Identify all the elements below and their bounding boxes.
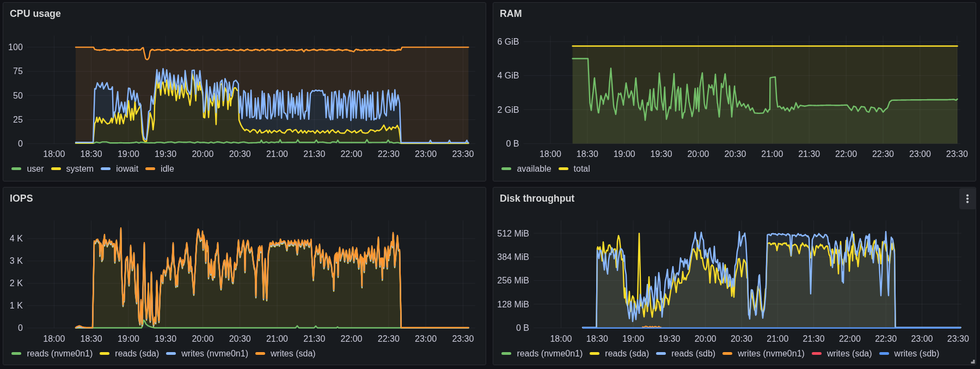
svg-text:22:30: 22:30 bbox=[872, 149, 894, 159]
svg-text:22:00: 22:00 bbox=[835, 149, 857, 159]
svg-text:20:00: 20:00 bbox=[687, 149, 709, 159]
svg-text:18:00: 18:00 bbox=[43, 334, 65, 343]
svg-text:50: 50 bbox=[13, 91, 23, 100]
svg-text:22:30: 22:30 bbox=[378, 334, 400, 343]
svg-text:3 K: 3 K bbox=[10, 256, 23, 265]
svg-text:18:30: 18:30 bbox=[81, 334, 102, 343]
svg-text:19:30: 19:30 bbox=[155, 334, 176, 343]
svg-text:128 MiB: 128 MiB bbox=[497, 300, 529, 309]
svg-text:1 K: 1 K bbox=[10, 301, 23, 310]
svg-text:20:30: 20:30 bbox=[724, 149, 746, 159]
svg-text:19:00: 19:00 bbox=[118, 149, 139, 159]
svg-text:21:00: 21:00 bbox=[767, 334, 788, 343]
svg-text:4 GiB: 4 GiB bbox=[497, 71, 519, 80]
svg-text:21:30: 21:30 bbox=[303, 149, 325, 159]
svg-text:22:00: 22:00 bbox=[340, 334, 362, 343]
svg-text:21:30: 21:30 bbox=[803, 334, 825, 343]
svg-text:20:00: 20:00 bbox=[192, 149, 213, 159]
svg-text:20:00: 20:00 bbox=[192, 334, 213, 343]
svg-text:75: 75 bbox=[13, 66, 23, 76]
svg-text:22:00: 22:00 bbox=[340, 149, 362, 159]
svg-text:21:00: 21:00 bbox=[761, 149, 783, 159]
svg-text:256 MiB: 256 MiB bbox=[497, 276, 529, 285]
svg-text:23:30: 23:30 bbox=[947, 334, 969, 343]
svg-text:19:30: 19:30 bbox=[651, 149, 672, 159]
svg-text:20:30: 20:30 bbox=[229, 334, 251, 343]
svg-text:21:30: 21:30 bbox=[798, 149, 820, 159]
svg-text:20:00: 20:00 bbox=[695, 334, 716, 343]
svg-text:19:00: 19:00 bbox=[614, 149, 635, 159]
svg-text:19:00: 19:00 bbox=[118, 334, 139, 343]
svg-text:0: 0 bbox=[18, 139, 23, 148]
svg-text:25: 25 bbox=[13, 115, 23, 124]
svg-text:21:00: 21:00 bbox=[266, 334, 288, 343]
svg-text:100: 100 bbox=[8, 43, 23, 52]
svg-text:0: 0 bbox=[18, 323, 23, 332]
svg-text:4 K: 4 K bbox=[10, 234, 23, 243]
svg-text:22:30: 22:30 bbox=[875, 334, 897, 343]
svg-text:23:30: 23:30 bbox=[452, 149, 474, 159]
svg-text:21:30: 21:30 bbox=[303, 334, 325, 343]
svg-text:18:30: 18:30 bbox=[81, 149, 102, 159]
svg-text:512 MiB: 512 MiB bbox=[497, 229, 529, 238]
svg-text:18:30: 18:30 bbox=[577, 149, 598, 159]
svg-text:384 MiB: 384 MiB bbox=[497, 252, 529, 262]
svg-text:23:00: 23:00 bbox=[909, 149, 931, 159]
svg-text:18:00: 18:00 bbox=[43, 149, 65, 159]
svg-text:2 K: 2 K bbox=[10, 279, 23, 288]
svg-text:18:30: 18:30 bbox=[586, 334, 608, 343]
svg-text:19:30: 19:30 bbox=[155, 149, 176, 159]
svg-text:23:00: 23:00 bbox=[415, 334, 437, 343]
svg-text:23:30: 23:30 bbox=[452, 334, 474, 343]
svg-text:6 GiB: 6 GiB bbox=[497, 37, 519, 46]
svg-text:0 B: 0 B bbox=[506, 139, 519, 148]
svg-text:22:00: 22:00 bbox=[839, 334, 861, 343]
svg-text:19:30: 19:30 bbox=[658, 334, 680, 343]
svg-text:18:00: 18:00 bbox=[540, 149, 561, 159]
svg-text:2 GiB: 2 GiB bbox=[497, 105, 519, 114]
svg-text:18:00: 18:00 bbox=[550, 334, 572, 343]
svg-text:23:30: 23:30 bbox=[946, 149, 968, 159]
svg-text:19:00: 19:00 bbox=[622, 334, 644, 343]
svg-text:21:00: 21:00 bbox=[266, 149, 288, 159]
svg-text:20:30: 20:30 bbox=[229, 149, 251, 159]
svg-text:22:30: 22:30 bbox=[378, 149, 400, 159]
svg-text:23:00: 23:00 bbox=[911, 334, 933, 343]
svg-text:20:30: 20:30 bbox=[731, 334, 752, 343]
svg-text:0 B: 0 B bbox=[516, 323, 529, 332]
svg-text:23:00: 23:00 bbox=[415, 149, 437, 159]
